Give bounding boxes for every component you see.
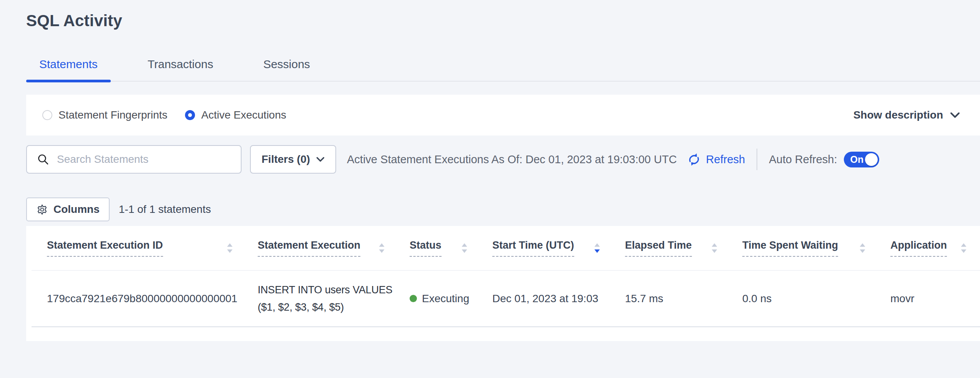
show-description-label: Show description xyxy=(853,109,943,121)
auto-refresh-toggle[interactable]: On xyxy=(844,152,879,167)
cell-time-spent-waiting: 0.0 ns xyxy=(731,293,879,305)
radio-selected-icon xyxy=(185,110,195,120)
filters-label: Filters (0) xyxy=(262,153,310,166)
toggle-knob xyxy=(865,153,878,166)
column-header-statement-execution-id[interactable]: Statement Execution ID xyxy=(32,226,246,270)
table-toolbar: Columns 1-1 of 1 statements xyxy=(26,197,211,221)
search-box xyxy=(26,145,242,174)
chevron-down-icon xyxy=(316,157,325,162)
refresh-icon xyxy=(687,152,701,167)
refresh-label: Refresh xyxy=(706,153,745,166)
cell-execution-id: 179cca7921e679b80000000000000001 xyxy=(32,293,246,305)
auto-refresh-label: Auto Refresh: xyxy=(769,153,837,166)
filters-button[interactable]: Filters (0) xyxy=(250,145,336,174)
tab-sessions[interactable]: Sessions xyxy=(250,58,323,81)
cell-statement: INSERT INTO users VALUES ($1, $2, $3, $4… xyxy=(246,281,398,316)
show-description-toggle[interactable]: Show description xyxy=(853,109,960,121)
statement-line-1: INSERT INTO users VALUES xyxy=(258,281,398,299)
cell-status: Executing xyxy=(398,293,481,305)
sort-desc-icon xyxy=(594,243,600,253)
statement-line-2: ($1, $2, $3, $4, $5) xyxy=(258,299,398,316)
vertical-divider xyxy=(757,149,757,170)
view-mode-radio-group: Statement Fingerprints Active Executions xyxy=(42,109,286,121)
table-header-row: Statement Execution ID Statement Executi… xyxy=(32,226,980,271)
results-count: 1-1 of 1 statements xyxy=(119,203,211,216)
sort-icon xyxy=(227,243,233,253)
radio-active-executions[interactable]: Active Executions xyxy=(185,109,286,121)
sort-icon xyxy=(711,243,718,253)
columns-label: Columns xyxy=(53,203,100,216)
chevron-down-icon xyxy=(950,112,960,118)
sort-icon xyxy=(960,243,967,253)
column-header-status[interactable]: Status xyxy=(398,226,481,270)
column-header-elapsed-time[interactable]: Elapsed Time xyxy=(613,226,731,270)
gear-icon xyxy=(36,204,48,216)
refresh-button[interactable]: Refresh xyxy=(687,152,745,167)
search-input[interactable] xyxy=(57,153,233,166)
cell-application: movr xyxy=(879,293,980,305)
cell-start-time: Dec 01, 2023 at 19:03 xyxy=(481,293,613,305)
page-title: SQL Activity xyxy=(26,12,122,30)
status-dot-icon xyxy=(410,295,417,302)
sort-icon xyxy=(461,243,468,253)
column-header-application[interactable]: Application xyxy=(879,226,980,270)
column-header-statement-execution[interactable]: Statement Execution xyxy=(246,226,398,270)
toggle-state-label: On xyxy=(850,154,863,165)
columns-button[interactable]: Columns xyxy=(26,197,110,221)
view-mode-card: Statement Fingerprints Active Executions… xyxy=(26,95,980,135)
tab-statements[interactable]: Statements xyxy=(26,58,111,81)
radio-label: Statement Fingerprints xyxy=(58,109,167,121)
controls-row: Filters (0) Active Statement Executions … xyxy=(26,145,980,174)
statements-table: Statement Execution ID Statement Executi… xyxy=(26,226,980,341)
search-icon xyxy=(37,153,49,166)
tab-bar: Statements Transactions Sessions xyxy=(26,58,980,82)
radio-statement-fingerprints[interactable]: Statement Fingerprints xyxy=(42,109,167,121)
column-header-time-spent-waiting[interactable]: Time Spent Waiting xyxy=(731,226,879,270)
radio-unselected-icon xyxy=(42,110,52,120)
cell-elapsed-time: 15.7 ms xyxy=(613,293,731,305)
column-header-start-time[interactable]: Start Time (UTC) xyxy=(481,226,613,270)
sort-icon xyxy=(859,243,866,253)
table-row[interactable]: 179cca7921e679b80000000000000001 INSERT … xyxy=(32,271,980,327)
as-of-timestamp: Active Statement Executions As Of: Dec 0… xyxy=(347,153,677,166)
tab-transactions[interactable]: Transactions xyxy=(135,58,227,81)
status-label: Executing xyxy=(422,293,469,305)
radio-label: Active Executions xyxy=(201,109,286,121)
sort-icon xyxy=(378,243,385,253)
